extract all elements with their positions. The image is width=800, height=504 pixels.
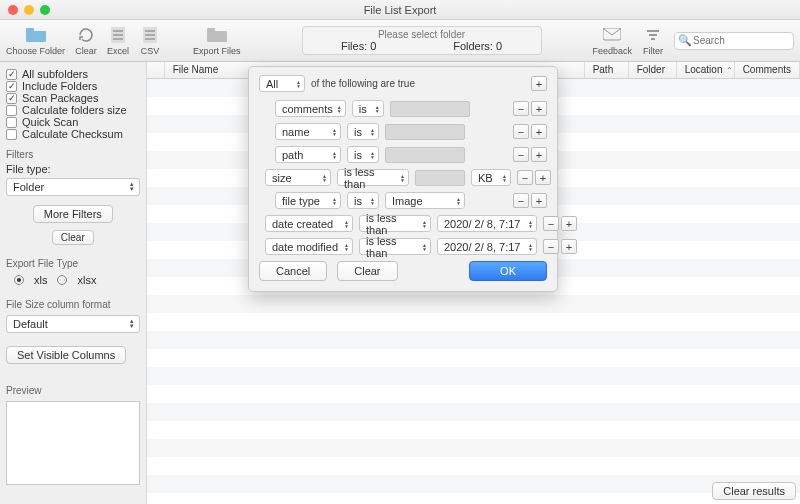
export-files-button[interactable]: Export Files	[193, 26, 241, 56]
chevron-updown-icon: ▲▼	[368, 147, 377, 162]
remove-rule-button[interactable]: −	[513, 193, 529, 208]
rule-op-select[interactable]: is less than▲▼	[359, 215, 431, 232]
add-rule-button[interactable]: +	[531, 76, 547, 91]
option-calculate-folders-size[interactable]: Calculate folders size	[6, 104, 140, 116]
chevron-updown-icon: ▲▼	[500, 170, 509, 185]
filter-button[interactable]: Filter	[642, 26, 664, 56]
rule-op-select[interactable]: is less than▲▼	[359, 238, 431, 255]
rule-value-input[interactable]	[385, 124, 465, 140]
minimize-icon[interactable]	[24, 5, 34, 15]
add-rule-button[interactable]: +	[561, 239, 577, 254]
svg-rect-11	[207, 28, 215, 33]
option-include-folders[interactable]: ✓Include Folders	[6, 80, 140, 92]
filter-rule: size▲▼is less than▲▼KB▲▼−+	[259, 169, 547, 186]
remove-rule-button[interactable]: −	[513, 124, 529, 139]
rule-date-input[interactable]: 2020/ 2/ 8, 7:17▲▼	[437, 215, 537, 232]
size-format-select[interactable]: Default ▲▼	[6, 315, 140, 333]
remove-rule-button[interactable]: −	[513, 101, 529, 116]
table-row	[147, 331, 800, 349]
add-rule-button[interactable]: +	[531, 147, 547, 162]
remove-rule-button[interactable]: −	[513, 147, 529, 162]
col-location[interactable]: Location	[677, 62, 735, 78]
option-calculate-checksum[interactable]: Calculate Checksum	[6, 128, 140, 140]
chevron-updown-icon: ▲▼	[127, 316, 137, 332]
chevron-updown-icon: ▲▼	[368, 124, 377, 139]
feedback-button[interactable]: Feedback	[592, 26, 632, 56]
toolbar: Choose Folder Clear Excel CSV Export Fil…	[0, 20, 800, 62]
rule-op-select[interactable]: is▲▼	[347, 192, 379, 209]
rule-filetype-select[interactable]: Image▲▼	[385, 192, 465, 209]
radio-xls[interactable]	[14, 275, 24, 285]
add-rule-button[interactable]: +	[531, 101, 547, 116]
set-visible-columns-button[interactable]: Set Visible Columns	[6, 346, 126, 364]
size-format-header: File Size column format	[6, 299, 140, 310]
chevron-updown-icon: ▲▼	[294, 76, 303, 91]
option-scan-packages[interactable]: ✓Scan Packages	[6, 92, 140, 104]
rule-field-select[interactable]: comments▲▼	[275, 100, 346, 117]
csv-button[interactable]: CSV	[139, 26, 161, 56]
rule-op-select[interactable]: is▲▼	[347, 123, 379, 140]
table-row	[147, 385, 800, 403]
chevron-updown-icon: ▲▼	[526, 239, 535, 254]
rule-field-select[interactable]: date created▲▼	[265, 215, 353, 232]
toolbar-info: Please select folder Files: 0 Folders: 0	[302, 26, 542, 55]
rule-value-input[interactable]	[390, 101, 470, 117]
rule-field-select[interactable]: file type▲▼	[275, 192, 341, 209]
rule-op-select[interactable]: is▲▼	[352, 100, 384, 117]
filters-header: Filters	[6, 149, 140, 160]
more-filters-button[interactable]: More Filters	[33, 205, 113, 223]
col-comments[interactable]: Comments	[735, 62, 800, 78]
add-rule-button[interactable]: +	[535, 170, 551, 185]
remove-rule-button[interactable]: −	[517, 170, 533, 185]
zoom-icon[interactable]	[40, 5, 50, 15]
search-field[interactable]: 🔍	[674, 32, 794, 50]
svg-rect-9	[145, 38, 155, 40]
rule-field-select[interactable]: size▲▼	[265, 169, 331, 186]
rule-field-select[interactable]: name▲▼	[275, 123, 341, 140]
add-rule-button[interactable]: +	[531, 193, 547, 208]
checkbox-icon	[6, 117, 17, 128]
clear-button[interactable]: Clear	[75, 26, 97, 56]
option-all-subfolders[interactable]: ✓All subfolders	[6, 68, 140, 80]
choose-folder-button[interactable]: Choose Folder	[6, 26, 65, 56]
excel-button[interactable]: Excel	[107, 26, 129, 56]
remove-rule-button[interactable]: −	[543, 216, 559, 231]
sidebar: ✓All subfolders✓Include Folders✓Scan Pac…	[0, 62, 147, 504]
clear-filters-button[interactable]: Clear	[52, 230, 94, 245]
checkbox-icon: ✓	[6, 93, 17, 104]
radio-xlsx[interactable]	[57, 275, 67, 285]
file-type-select[interactable]: Folder ▲▼	[6, 178, 140, 196]
rule-field-select[interactable]: date modified▲▼	[265, 238, 353, 255]
rule-unit-select[interactable]: KB▲▼	[471, 169, 511, 186]
col-folder[interactable]: Folder	[629, 62, 677, 78]
rule-date-input[interactable]: 2020/ 2/ 8, 7:17▲▼	[437, 238, 537, 255]
clear-button[interactable]: Clear	[337, 261, 397, 281]
option-quick-scan[interactable]: Quick Scan	[6, 116, 140, 128]
col-path[interactable]: Path	[585, 62, 629, 78]
svg-rect-15	[651, 38, 655, 40]
match-mode-select[interactable]: All ▲▼	[259, 75, 305, 92]
rule-value-input[interactable]	[385, 147, 465, 163]
table-row	[147, 457, 800, 475]
search-input[interactable]	[674, 32, 794, 50]
chevron-updown-icon: ▲▼	[330, 193, 339, 208]
ok-button[interactable]: OK	[469, 261, 547, 281]
table-row	[147, 349, 800, 367]
chevron-updown-icon: ▲▼	[330, 147, 339, 162]
rule-op-select[interactable]: is▲▼	[347, 146, 379, 163]
add-rule-button[interactable]: +	[531, 124, 547, 139]
remove-rule-button[interactable]: −	[543, 239, 559, 254]
svg-rect-3	[113, 30, 123, 32]
filter-rule: date created▲▼is less than▲▼2020/ 2/ 8, …	[259, 215, 547, 232]
checkbox-icon: ✓	[6, 69, 17, 80]
clear-results-button[interactable]: Clear results	[712, 482, 796, 500]
rule-op-select[interactable]: is less than▲▼	[337, 169, 409, 186]
rule-value-input[interactable]	[415, 170, 465, 186]
add-rule-button[interactable]: +	[561, 216, 577, 231]
close-icon[interactable]	[8, 5, 18, 15]
export-icon	[206, 26, 228, 44]
table-row	[147, 403, 800, 421]
cancel-button[interactable]: Cancel	[259, 261, 327, 281]
rule-field-select[interactable]: path▲▼	[275, 146, 341, 163]
chevron-updown-icon: ▲▼	[342, 239, 351, 254]
